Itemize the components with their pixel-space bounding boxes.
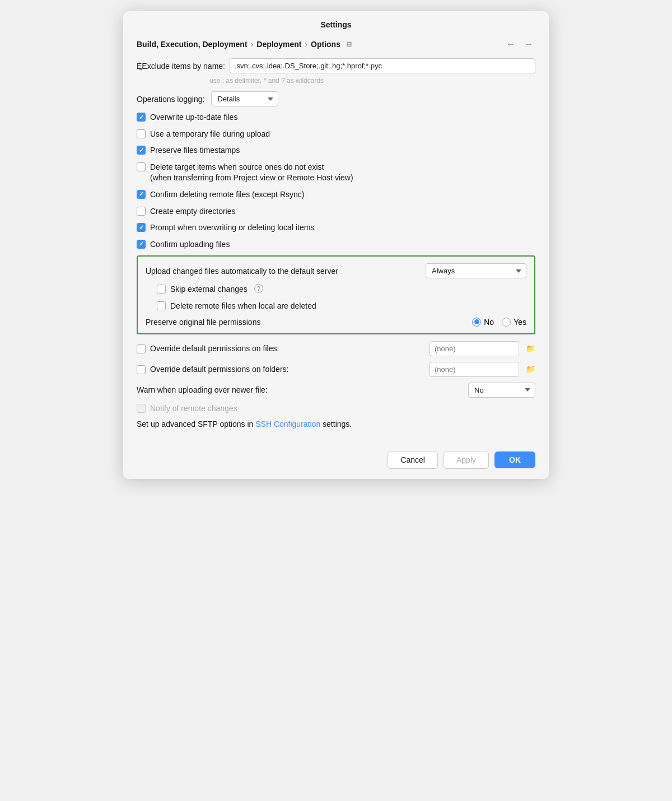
ok-button[interactable]: OK: [494, 451, 535, 468]
checkbox-delete-target-label: Delete target items when source ones do …: [150, 162, 353, 184]
nav-buttons: ← →: [504, 38, 535, 50]
window-icon: ⊟: [346, 40, 352, 48]
settings-dialog: Settings Build, Execution, Deployment › …: [123, 11, 549, 479]
checkbox-notify-remote-label: Notify of remote changes: [150, 403, 237, 415]
checkbox-overwrite-input[interactable]: [137, 113, 146, 122]
checkbox-confirm-upload-input[interactable]: [137, 240, 146, 249]
upload-auto-label: Upload changed files automatically to th…: [146, 267, 426, 276]
checkbox-skip-external-input[interactable]: [157, 285, 166, 294]
exclude-row: EExclude items by name:: [137, 58, 535, 73]
override-files-input[interactable]: [430, 341, 519, 356]
warn-upload-row: Warn when uploading over newer file: No …: [137, 383, 535, 398]
radio-group: No Yes: [472, 318, 526, 327]
override-folders-input[interactable]: [430, 362, 519, 377]
folder-folders-icon[interactable]: 📁: [526, 365, 535, 374]
help-icon[interactable]: ?: [254, 284, 263, 293]
apply-button[interactable]: Apply: [444, 451, 489, 469]
radio-yes-option[interactable]: Yes: [502, 318, 526, 327]
checkbox-delete-target: Delete target items when source ones do …: [137, 162, 535, 184]
override-files-row: Override default permissions on files: 📁: [137, 341, 535, 356]
checkbox-override-files-input[interactable]: [137, 344, 146, 353]
dialog-footer: Cancel Apply OK: [123, 443, 549, 479]
radio-no-option[interactable]: No: [472, 318, 494, 327]
radio-yes-circle[interactable]: [502, 318, 511, 327]
checkbox-delete-remote-input[interactable]: [157, 301, 166, 310]
checkbox-confirm-delete-input[interactable]: [137, 190, 146, 199]
upload-auto-select[interactable]: Always Never On explicit save action Ask: [426, 263, 526, 278]
logging-select[interactable]: Details Info Warning None: [211, 91, 278, 106]
override-folders-label: Override default permissions on folders:: [150, 365, 425, 374]
checkbox-notify-remote-input: [137, 404, 146, 413]
sftp-link[interactable]: SSH Configuration: [255, 420, 320, 429]
checkbox-timestamps: Preserve files timestamps: [137, 145, 535, 156]
checkbox-skip-external: Skip external changes ?: [157, 284, 526, 295]
checkbox-tempfile-input[interactable]: [137, 129, 146, 138]
checkbox-overwrite: Overwrite up-to-date files: [137, 112, 535, 123]
checkbox-prompt-overwrite-input[interactable]: [137, 223, 146, 232]
notify-remote-row: Notify of remote changes: [137, 403, 535, 415]
warn-upload-label: Warn when uploading over newer file:: [137, 385, 464, 394]
checkbox-override-folders-input[interactable]: [137, 365, 146, 374]
checkbox-delete-remote-label: Delete remote files when local are delet…: [170, 301, 316, 312]
checkbox-prompt-overwrite-label: Prompt when overwriting or deleting loca…: [150, 222, 314, 234]
checkbox-skip-external-label: Skip external changes: [170, 284, 248, 295]
logging-row: Operations logging: Details Info Warning…: [137, 91, 535, 106]
radio-yes-label: Yes: [514, 318, 526, 327]
checkbox-empty-dirs-label: Create empty directories: [150, 206, 236, 217]
highlighted-section: Upload changed files automatically to th…: [137, 255, 535, 334]
checkbox-confirm-delete-label: Confirm deleting remote files (except Rs…: [150, 189, 304, 201]
exclude-input[interactable]: [230, 58, 535, 73]
checkbox-empty-dirs: Create empty directories: [137, 206, 535, 217]
checkbox-delete-target-input[interactable]: [137, 162, 146, 171]
checkbox-confirm-upload: Confirm uploading files: [137, 239, 535, 250]
radio-no-label: No: [484, 318, 494, 327]
nav-back-button[interactable]: ←: [504, 38, 517, 50]
checkbox-tempfile: Use a temporary file during upload: [137, 129, 535, 140]
upload-auto-row: Upload changed files automatically to th…: [146, 263, 526, 278]
override-folders-row: Override default permissions on folders:…: [137, 362, 535, 377]
checkbox-empty-dirs-input[interactable]: [137, 207, 146, 216]
checkbox-delete-remote: Delete remote files when local are delet…: [157, 301, 526, 312]
nav-forward-button[interactable]: →: [522, 38, 535, 50]
dialog-title: Settings: [123, 11, 549, 35]
exclude-hint: use ; as delimiter, * and ? as wildcards: [209, 77, 535, 85]
checkbox-timestamps-input[interactable]: [137, 146, 146, 155]
preserve-perms-label: Preserve original file permissions: [146, 318, 472, 327]
breadcrumb-sep2: ›: [305, 40, 307, 49]
checkbox-prompt-overwrite: Prompt when overwriting or deleting loca…: [137, 222, 535, 234]
preserve-perms-row: Preserve original file permissions No Ye…: [146, 318, 526, 327]
checkbox-confirm-delete: Confirm deleting remote files (except Rs…: [137, 189, 535, 201]
warn-upload-select[interactable]: No Yes: [468, 383, 535, 398]
checkbox-timestamps-label: Preserve files timestamps: [150, 145, 240, 156]
radio-no-circle[interactable]: [472, 318, 481, 327]
folder-files-icon[interactable]: 📁: [526, 344, 535, 353]
cancel-button[interactable]: Cancel: [388, 451, 438, 469]
dialog-body: Build, Execution, Deployment › Deploymen…: [123, 35, 549, 443]
breadcrumb-part3: Options: [311, 40, 340, 49]
breadcrumb: Build, Execution, Deployment › Deploymen…: [137, 35, 535, 58]
sftp-text: Set up advanced SFTP options in SSH Conf…: [137, 420, 535, 429]
breadcrumb-sep1: ›: [251, 40, 254, 49]
sftp-suffix: settings.: [323, 420, 352, 429]
override-files-label: Override default permissions on files:: [150, 344, 425, 353]
checkbox-confirm-upload-label: Confirm uploading files: [150, 239, 230, 250]
checkbox-tempfile-label: Use a temporary file during upload: [150, 129, 270, 140]
logging-label: Operations logging:: [137, 95, 204, 104]
sftp-prefix: Set up advanced SFTP options in: [137, 420, 253, 429]
breadcrumb-part2: Deployment: [256, 40, 301, 49]
exclude-label: EExclude items by name:: [137, 62, 225, 71]
checkbox-overwrite-label: Overwrite up-to-date files: [150, 112, 237, 123]
breadcrumb-part1: Build, Execution, Deployment: [137, 40, 248, 49]
